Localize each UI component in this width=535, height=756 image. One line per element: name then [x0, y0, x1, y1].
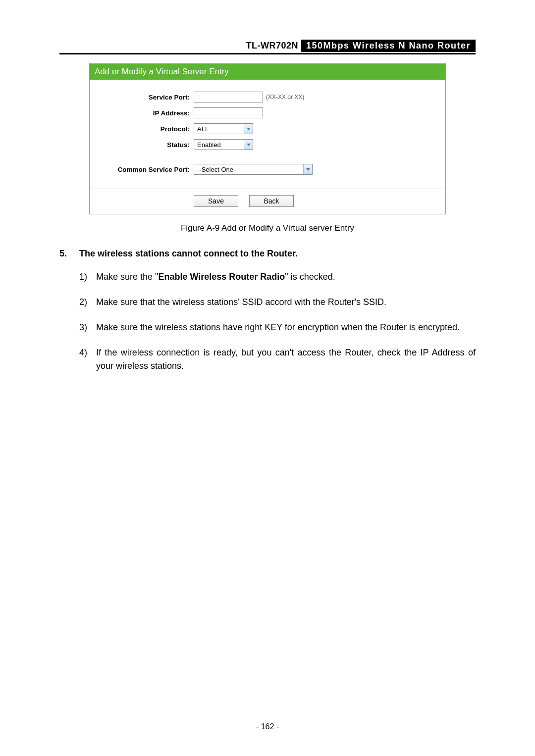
chevron-down-icon [244, 124, 253, 134]
list-item-text: Make sure that the wireless stations' SS… [96, 296, 476, 309]
status-select[interactable]: Enabled [194, 139, 253, 150]
chevron-down-icon [244, 140, 253, 150]
virtual-server-panel: Add or Modify a Virtual Server Entry Ser… [89, 63, 446, 214]
list-item: 4) If the wireless connection is ready, … [79, 346, 476, 373]
service-port-input[interactable] [194, 92, 263, 102]
list-item-text: If the wireless connection is ready, but… [96, 346, 476, 373]
list-item-number: 4) [79, 346, 96, 373]
common-service-port-label: Common Service Port: [95, 166, 194, 173]
common-service-port-select[interactable]: --Select One-- [194, 164, 313, 175]
common-service-port-value: --Select One-- [197, 166, 238, 173]
list-item-number: 1) [79, 270, 96, 284]
list-item-text-post: " is checked. [285, 272, 335, 282]
figure-caption: Figure A-9 Add or Modify a Virtual serve… [59, 223, 476, 233]
protocol-value: ALL [197, 125, 209, 133]
ip-address-input[interactable] [194, 107, 263, 118]
status-label: Status: [95, 141, 194, 149]
list-item-text: Make sure the wireless stations have rig… [96, 321, 476, 334]
service-port-hint: (XX-XX or XX) [266, 94, 304, 101]
back-button[interactable]: Back [249, 195, 294, 207]
service-port-label: Service Port: [95, 94, 194, 101]
model-number: TL-WR702N [243, 40, 302, 52]
protocol-label: Protocol: [95, 125, 194, 133]
model-description: 150Mbps Wireless N Nano Router [301, 40, 476, 52]
list-item-text-pre: Make sure the " [96, 272, 158, 282]
list-item: 3) Make sure the wireless stations have … [79, 321, 476, 334]
list-item: 2) Make sure that the wireless stations'… [79, 296, 476, 309]
panel-title: Add or Modify a Virtual Server Entry [90, 64, 445, 80]
protocol-select[interactable]: ALL [194, 123, 253, 134]
section-title: The wireless stations cannot connect to … [79, 247, 476, 260]
section-number: 5. [59, 247, 79, 260]
save-button[interactable]: Save [194, 195, 238, 207]
ip-address-label: IP Address: [95, 109, 194, 117]
list-item-bold: Enable Wireless Router Radio [158, 272, 285, 282]
status-value: Enabled [197, 141, 221, 149]
list-item-number: 2) [79, 296, 96, 309]
page-number: - 162 - [0, 722, 535, 731]
document-header: TL-WR702N 150Mbps Wireless N Nano Router [59, 40, 476, 54]
chevron-down-icon [303, 164, 312, 174]
list-item-number: 3) [79, 321, 96, 334]
list-item: 1) Make sure the "Enable Wireless Router… [79, 270, 476, 284]
